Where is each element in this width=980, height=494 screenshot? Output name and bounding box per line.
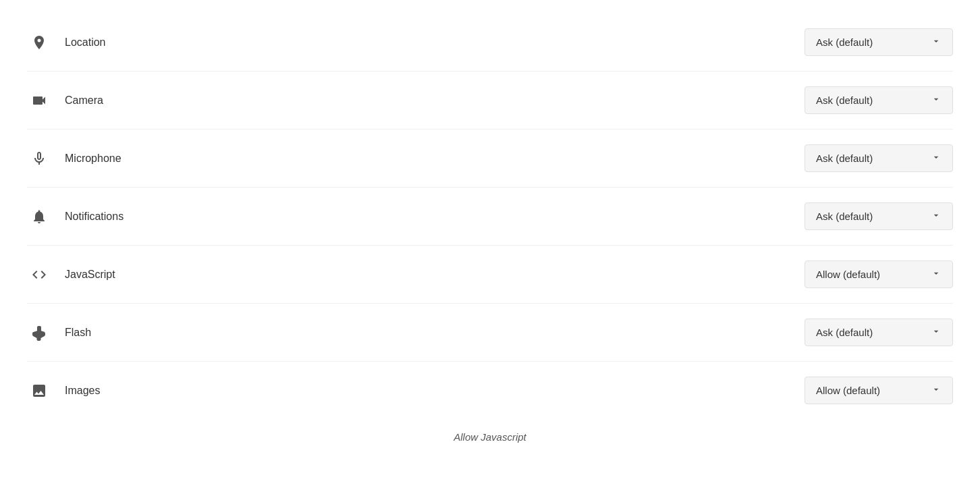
permission-select-label-location: Ask (default) (816, 36, 924, 48)
location-icon (27, 30, 51, 55)
permission-row-camera: CameraAsk (default) (27, 72, 953, 130)
permission-row-javascript: JavaScriptAllow (default) (27, 246, 953, 304)
permission-row-location: LocationAsk (default) (27, 13, 953, 72)
permission-row-images: ImagesAllow (default) (27, 362, 953, 419)
permission-label-camera: Camera (65, 94, 103, 107)
chevron-down-icon (931, 152, 942, 165)
permission-select-flash[interactable]: Ask (default) (805, 319, 953, 346)
permission-select-label-javascript: Allow (default) (816, 269, 924, 280)
chevron-down-icon (931, 326, 942, 339)
flash-icon (27, 321, 51, 345)
permission-select-label-flash: Ask (default) (816, 327, 924, 338)
permission-row-microphone: MicrophoneAsk (default) (27, 130, 953, 188)
javascript-icon (27, 263, 51, 287)
permission-select-microphone[interactable]: Ask (default) (805, 144, 953, 172)
permission-left: Notifications (27, 204, 124, 229)
images-icon (27, 379, 51, 403)
chevron-down-icon (931, 36, 942, 49)
microphone-icon (27, 146, 51, 171)
permission-label-images: Images (65, 385, 100, 397)
permission-select-camera[interactable]: Ask (default) (805, 86, 953, 114)
permission-select-notifications[interactable]: Ask (default) (805, 202, 953, 230)
permission-left: Microphone (27, 146, 121, 171)
permission-left: JavaScript (27, 263, 115, 287)
permission-label-notifications: Notifications (65, 211, 124, 223)
chevron-down-icon (931, 384, 942, 397)
camera-icon (27, 88, 51, 113)
permission-label-location: Location (65, 36, 106, 49)
permission-select-label-microphone: Ask (default) (816, 153, 924, 164)
permission-left: Flash (27, 321, 91, 345)
permission-row-flash: FlashAsk (default) (27, 304, 953, 362)
permission-row-notifications: NotificationsAsk (default) (27, 188, 953, 246)
permission-select-label-notifications: Ask (default) (816, 211, 924, 222)
permission-select-label-camera: Ask (default) (816, 94, 924, 106)
notifications-icon (27, 204, 51, 229)
permission-label-microphone: Microphone (65, 153, 121, 165)
chevron-down-icon (931, 94, 942, 107)
permission-select-javascript[interactable]: Allow (default) (805, 260, 953, 288)
permission-left: Location (27, 30, 106, 55)
permission-select-location[interactable]: Ask (default) (805, 28, 953, 56)
footer-note: Allow Javascript (27, 431, 953, 443)
permission-label-flash: Flash (65, 327, 91, 339)
permission-left: Images (27, 379, 100, 403)
permission-select-label-images: Allow (default) (816, 385, 924, 396)
permission-label-javascript: JavaScript (65, 269, 115, 281)
permission-left: Camera (27, 88, 103, 113)
chevron-down-icon (931, 268, 942, 281)
permission-select-images[interactable]: Allow (default) (805, 377, 953, 404)
chevron-down-icon (931, 210, 942, 223)
permission-list: LocationAsk (default) CameraAsk (default… (27, 13, 953, 419)
